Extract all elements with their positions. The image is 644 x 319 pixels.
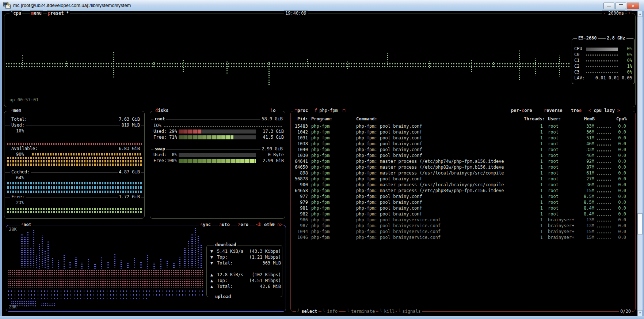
proc-pid: 1046	[297, 235, 308, 240]
col-header-command: Command:	[356, 116, 377, 121]
process-row[interactable]: 1042php-fpmphp-fpm: pool brainy.conf1roo…	[292, 130, 634, 135]
process-row[interactable]: 64650php-fpmphp-fpm: master process (/et…	[292, 165, 634, 170]
proc-command: php-fpm: pool brainy.conf	[356, 200, 422, 205]
proc-tree-toggle[interactable]: tree	[570, 108, 583, 113]
proc-cpu-graph	[597, 150, 612, 151]
proc-cpu: 0.0	[618, 194, 626, 199]
minimize-button[interactable]	[603, 3, 614, 9]
proc-pid: 1040	[297, 147, 308, 152]
net-next-interface-button[interactable]: n>	[276, 222, 283, 227]
proc-pid: 900	[300, 182, 308, 187]
process-row[interactable]: 1030php-fpmphp-fpm: pool brainy.conf1roo…	[292, 153, 634, 159]
io-toggle[interactable]: io	[269, 108, 277, 113]
proc-cpu: 0.0	[618, 170, 626, 176]
proc-cpu: 0.0	[618, 147, 626, 152]
process-row[interactable]: 1040php-fpmphp-fpm: pool brainy.conf1roo…	[292, 147, 634, 153]
cpu-graph-spike	[66, 61, 67, 67]
disk-name[interactable]: root	[153, 116, 166, 121]
net-prev-interface-button[interactable]: <b	[255, 222, 262, 227]
process-row[interactable]: 900php-fpmphp-fpm: master process (/usr/…	[292, 182, 634, 188]
proc-sort-selector[interactable]: <cpu lazy>	[587, 108, 621, 113]
net-auto-toggle[interactable]: auto	[218, 222, 231, 227]
cpu-model-label: E5-2680	[577, 35, 598, 41]
scrollbar-down-button[interactable]: ▼	[637, 310, 643, 316]
mem-box-title[interactable]: ²mem	[9, 108, 22, 113]
process-row[interactable]: 1031php-fpmphp-fpm: pool brainy.conf1roo…	[292, 135, 634, 141]
proc-mem: 46M	[586, 153, 594, 158]
interval-plus-button[interactable]: +	[627, 11, 632, 16]
proc-mem: 36M	[586, 130, 594, 135]
proc-percore-toggle[interactable]: per-core	[510, 108, 533, 113]
proc-program: php-fpm	[311, 200, 330, 205]
upload-arrow-icon: ▲	[210, 272, 213, 277]
proc-command: php-fpm: pool brainyservice.conf	[356, 229, 441, 234]
footer-select-button[interactable]: select	[296, 309, 319, 314]
scrollbar-thumb[interactable]	[637, 213, 643, 234]
proc-threads: 1	[540, 130, 543, 135]
process-row[interactable]: 977php-fpmphp-fpm: pool brainy.conf1root…	[292, 194, 634, 200]
proc-mem: 27M	[586, 176, 594, 181]
footer-terminate-button[interactable]: terminate	[346, 309, 376, 314]
proc-cpu: 0.0	[618, 235, 626, 240]
proc-command: php-fpm: master process (/etc/php82w/php…	[356, 165, 504, 170]
proc-program: php-fpm	[311, 211, 330, 217]
process-row[interactable]: 64641php-fpmphp-fpm: master process (/et…	[292, 159, 634, 165]
proc-cpu-graph	[597, 197, 612, 198]
proc-box-title[interactable]: □proc	[294, 108, 309, 113]
proc-cpu-graph	[597, 221, 612, 222]
upload-arrow-icon: ▲	[210, 278, 213, 283]
scrollbar-track[interactable]	[637, 11, 643, 316]
proc-user: root	[548, 170, 559, 176]
proc-filter-input[interactable]: fphp-fpm_□	[313, 108, 346, 113]
footer-info-button[interactable]: info	[321, 309, 339, 314]
mem-available-percent: 90%	[16, 152, 24, 157]
col-header-cpu: Cpu%	[616, 116, 627, 121]
process-row[interactable]: 64658php-fpmphp-fpm: master process (/et…	[292, 188, 634, 194]
process-row[interactable]: 979php-fpmphp-fpm: pool brainy.conf1root…	[292, 200, 634, 206]
scrollbar-up-button[interactable]: ▲	[637, 11, 643, 17]
disk-name[interactable]: swap	[153, 146, 166, 151]
proc-threads: 1	[540, 211, 543, 217]
process-row[interactable]: 898php-fpmphp-fpm: master process (/usr/…	[292, 170, 634, 176]
process-row[interactable]: 1046php-fpmphp-fpm: pool brainyservice.c…	[292, 235, 634, 241]
proc-program: php-fpm	[311, 194, 330, 199]
disk-total: 2.99 GiB	[260, 146, 284, 151]
mem-available-graph	[7, 157, 142, 159]
net-zero-toggle[interactable]: zero	[237, 222, 249, 227]
proc-cpu-graph	[597, 127, 612, 128]
process-row[interactable]: 981php-fpmphp-fpm: pool brainy.conf1root…	[292, 206, 634, 211]
disks-box-title[interactable]: disks	[154, 108, 169, 113]
menu-button[interactable]: menu	[30, 11, 43, 16]
disk-io-label: IO%	[153, 123, 161, 128]
net-graph-bar	[191, 234, 193, 269]
process-row[interactable]: 56878php-fpmphp-fpm: pool brainy.conf1ro…	[292, 176, 634, 182]
process-row[interactable]: 982php-fpmphp-fpm: pool brainy.conf1root…	[292, 211, 634, 217]
cpu-box-title[interactable]: ¹cpu	[9, 11, 22, 16]
disk-free-meter	[179, 135, 256, 139]
proc-program: php-fpm	[311, 182, 330, 187]
net-box-title[interactable]: ³net	[20, 222, 33, 227]
net-graph-bar	[188, 241, 189, 269]
proc-cpu-graph	[597, 180, 612, 181]
process-row[interactable]: 986php-fpmphp-fpm: pool brainyservice.co…	[292, 217, 634, 223]
disk-free-label: Free: 71%	[153, 135, 177, 140]
footer-kill-button[interactable]: kill	[378, 309, 396, 314]
net-sync-toggle[interactable]: sync	[199, 222, 212, 227]
net-graph-bar	[52, 258, 53, 269]
net-graph-bar	[153, 263, 155, 269]
proc-mem: 36M	[586, 182, 594, 187]
proc-reverse-toggle[interactable]: reverse	[543, 108, 564, 113]
disk-used-meter	[179, 153, 256, 157]
preset-button[interactable]: preset*	[47, 11, 70, 16]
process-row[interactable]: 15483php-fpmphp-fpm: pool brainy.conf1ro…	[292, 124, 634, 130]
mem-cached-graph	[7, 182, 142, 184]
close-button[interactable]: ×	[627, 3, 639, 9]
process-row[interactable]: 1038php-fpmphp-fpm: pool brainy.conf1roo…	[292, 141, 634, 147]
process-row[interactable]: 1044php-fpmphp-fpm: pool brainyservice.c…	[292, 229, 634, 235]
footer-signals-button[interactable]: signals	[397, 309, 422, 314]
maximize-button[interactable]	[615, 3, 626, 9]
interval-minus-button[interactable]: -	[602, 11, 607, 16]
process-row[interactable]: 987php-fpmphp-fpm: pool brainyservice.co…	[292, 223, 634, 229]
proc-cpu-graph	[597, 226, 612, 228]
core-meter	[586, 55, 618, 56]
